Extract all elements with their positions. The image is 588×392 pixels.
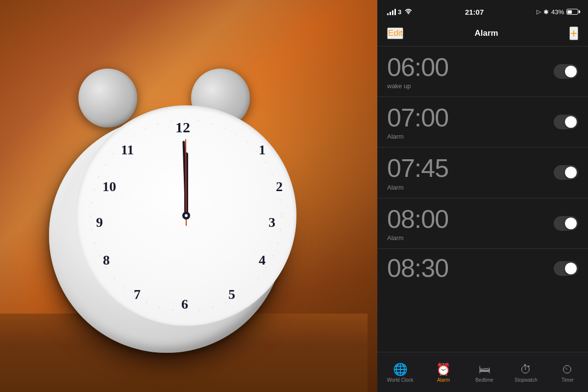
bluetooth-icon: ✱ bbox=[543, 8, 549, 16]
battery-percentage: 43% bbox=[551, 8, 564, 16]
svg-text:7: 7 bbox=[134, 287, 141, 302]
svg-point-18 bbox=[408, 13, 409, 14]
svg-text:12: 12 bbox=[175, 119, 190, 135]
clock-body: 12 1 2 3 4 5 6 7 8 9 10 11 bbox=[49, 118, 284, 353]
tab-bar: 🌐 World Clock ⏰ Alarm 🛏 Bedtime ⏱ Stopwa… bbox=[377, 352, 588, 392]
svg-text:2: 2 bbox=[276, 179, 283, 194]
alarm-toggle-4[interactable] bbox=[554, 216, 578, 231]
alarm-time: 07:00 bbox=[387, 104, 448, 132]
alarm-info: 06:00 wake up bbox=[387, 53, 448, 90]
alarm-label: wake up bbox=[387, 82, 448, 90]
timer-icon: ⏲ bbox=[562, 364, 573, 375]
battery-icon bbox=[566, 9, 578, 15]
world-clock-icon: 🌐 bbox=[393, 364, 408, 375]
stopwatch-icon: ⏱ bbox=[520, 364, 532, 375]
svg-text:10: 10 bbox=[102, 179, 116, 194]
alarm-time: 08:30 bbox=[387, 254, 448, 282]
wifi-icon bbox=[405, 8, 412, 16]
svg-text:6: 6 bbox=[181, 296, 188, 312]
alarm-label: Alarm bbox=[387, 234, 448, 242]
alarm-item: 07:00 Alarm bbox=[377, 97, 588, 147]
alarm-time: 07:45 bbox=[387, 154, 448, 182]
tab-bedtime[interactable]: 🛏 Bedtime bbox=[470, 362, 499, 385]
tab-world-clock[interactable]: 🌐 World Clock bbox=[383, 362, 417, 385]
alarm-item: 07:45 Alarm bbox=[377, 147, 588, 198]
status-time: 21:07 bbox=[465, 8, 484, 16]
alarm-time: 06:00 bbox=[387, 53, 448, 81]
alarm-list: 06:00 wake up 07:00 Alarm 07:45 Alarm 08… bbox=[377, 47, 588, 352]
svg-text:9: 9 bbox=[96, 215, 103, 230]
alarm-info: 07:45 Alarm bbox=[387, 154, 448, 191]
alarm-info: 08:00 Alarm bbox=[387, 205, 448, 242]
tab-alarm-label: Alarm bbox=[437, 377, 450, 383]
edit-button[interactable]: Edit bbox=[387, 27, 403, 39]
signal-label: 3 bbox=[398, 8, 401, 16]
alarm-info: 08:30 bbox=[387, 254, 448, 282]
alarm-clock: 12 1 2 3 4 5 6 7 8 9 10 11 bbox=[29, 39, 314, 372]
alarm-label: Alarm bbox=[387, 184, 448, 191]
svg-text:3: 3 bbox=[269, 215, 275, 230]
alarm-item: 06:00 wake up bbox=[377, 47, 588, 97]
phone-panel: 3 21:07 ▷ ✱ 43% Edit Alarm + bbox=[377, 0, 588, 392]
signal-bar-1 bbox=[387, 13, 389, 15]
tab-timer[interactable]: ⏲ Timer bbox=[553, 362, 582, 385]
alarm-toggle-1[interactable] bbox=[554, 64, 578, 79]
svg-text:5: 5 bbox=[228, 287, 235, 302]
svg-point-17 bbox=[185, 214, 188, 217]
bedtime-icon: 🛏 bbox=[479, 364, 490, 375]
svg-text:4: 4 bbox=[259, 252, 266, 268]
tab-world-clock-label: World Clock bbox=[387, 377, 414, 383]
tab-stopwatch-label: Stopwatch bbox=[514, 377, 538, 383]
alarm-info: 07:00 Alarm bbox=[387, 104, 448, 140]
alarm-time: 08:00 bbox=[387, 205, 448, 233]
alarm-toggle-2[interactable] bbox=[554, 115, 578, 129]
status-left: 3 bbox=[387, 8, 412, 16]
signal-bar-2 bbox=[390, 12, 391, 15]
status-bar: 3 21:07 ▷ ✱ 43% bbox=[377, 0, 588, 22]
signal-bar-4 bbox=[394, 9, 396, 15]
svg-text:8: 8 bbox=[103, 252, 110, 268]
signal-bar-3 bbox=[392, 10, 393, 15]
alarm-header: Edit Alarm + bbox=[377, 22, 588, 47]
add-alarm-button[interactable]: + bbox=[569, 26, 578, 40]
battery-fill bbox=[567, 10, 571, 14]
alarm-toggle-3[interactable] bbox=[554, 165, 578, 180]
tab-bedtime-label: Bedtime bbox=[475, 377, 493, 383]
alarm-title: Alarm bbox=[475, 28, 498, 38]
alarm-item: 08:00 Alarm bbox=[377, 198, 588, 249]
alarm-toggle-5[interactable] bbox=[554, 261, 578, 276]
svg-text:1: 1 bbox=[259, 142, 266, 157]
alarm-label: Alarm bbox=[387, 133, 448, 140]
tab-alarm[interactable]: ⏰ Alarm bbox=[429, 362, 458, 385]
signal-bars bbox=[387, 8, 396, 15]
status-right: ▷ ✱ 43% bbox=[537, 8, 578, 16]
clock-face: 12 1 2 3 4 5 6 7 8 9 10 11 bbox=[76, 105, 296, 326]
tab-stopwatch[interactable]: ⏱ Stopwatch bbox=[511, 362, 541, 385]
tab-timer-label: Timer bbox=[562, 377, 574, 383]
alarm-item: 08:30 bbox=[377, 249, 588, 288]
location-icon: ▷ bbox=[537, 8, 541, 15]
alarm-icon: ⏰ bbox=[436, 364, 451, 375]
